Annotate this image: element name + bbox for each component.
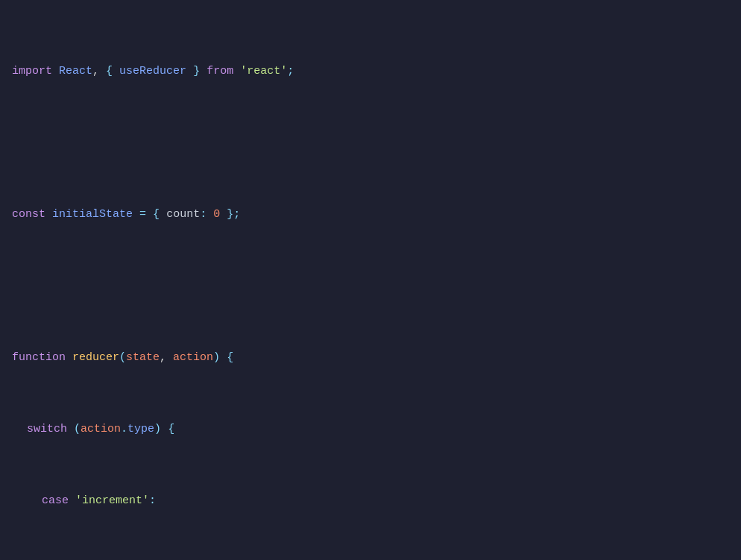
line-3: const initialState = { count : 0 } ;: [12, 206, 729, 224]
line-7: case 'increment' :: [12, 492, 729, 510]
line-6: switch ( action . type ) {: [12, 421, 729, 438]
code-editor: import React , { useReducer } from 'reac…: [12, 9, 729, 560]
keyword-from: from: [206, 63, 233, 81]
line-1: import React , { useReducer } from 'reac…: [12, 63, 729, 81]
line-blank-1: [12, 134, 729, 152]
keyword-import: import: [12, 63, 52, 81]
line-5: function reducer ( state , action ) {: [12, 349, 729, 367]
line-blank-2: [12, 277, 729, 295]
